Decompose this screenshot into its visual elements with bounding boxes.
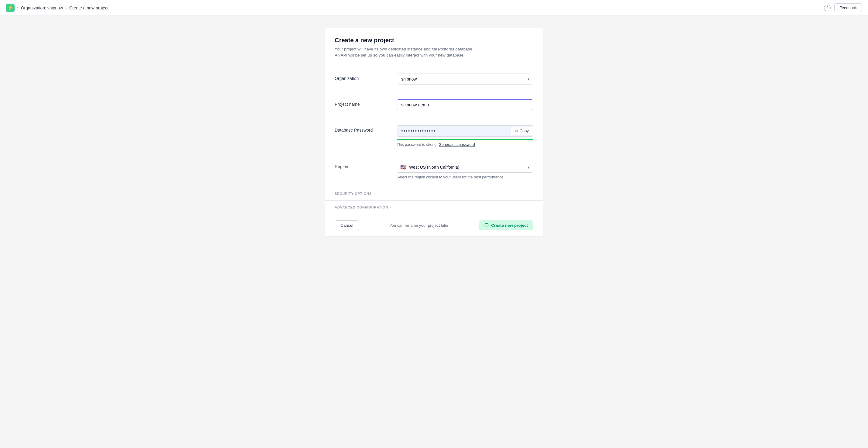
project-name-row: Project name bbox=[325, 92, 543, 118]
advanced-config-section: ADVANCED CONFIGURATION › bbox=[325, 201, 543, 214]
page-content: Create a new project Your project will h… bbox=[0, 16, 868, 249]
topbar-right: ? Feedback bbox=[824, 3, 862, 12]
db-password-label: Database Password bbox=[335, 125, 390, 132]
copy-button[interactable]: ⧉ Copy bbox=[511, 127, 533, 135]
breadcrumb-chevron-1: › bbox=[17, 5, 19, 10]
security-chevron-icon: › bbox=[374, 192, 375, 196]
org-label: Organization bbox=[335, 73, 390, 81]
project-name-label: Project name bbox=[335, 99, 390, 107]
region-row: Region 🇺🇸 West US (North California) ▾ S… bbox=[325, 154, 543, 187]
region-field: 🇺🇸 West US (North California) ▾ Select t… bbox=[397, 162, 533, 179]
db-password-field: ⧉ Copy This password is strong. Generate… bbox=[397, 125, 533, 147]
project-name-field bbox=[397, 99, 533, 110]
topbar: ⚡ › Organization: shipnow › Create a new… bbox=[0, 0, 868, 16]
card-header: Create a new project Your project will h… bbox=[325, 28, 543, 66]
strength-bar-track bbox=[397, 139, 533, 140]
app-logo[interactable]: ⚡ bbox=[6, 4, 14, 12]
region-label: Region bbox=[335, 162, 390, 169]
org-select[interactable]: shipnow bbox=[397, 73, 533, 85]
password-input[interactable] bbox=[397, 125, 511, 137]
create-spinner-icon bbox=[485, 223, 489, 227]
db-password-row: Database Password ⧉ Copy This password i… bbox=[325, 118, 543, 154]
region-select-wrapper: 🇺🇸 West US (North California) ▾ bbox=[397, 162, 533, 173]
footer-hint: You can rename your project later bbox=[359, 223, 479, 228]
breadcrumb-org[interactable]: Organization: shipnow bbox=[21, 5, 63, 10]
project-name-input[interactable] bbox=[397, 99, 533, 110]
advanced-chevron-icon: › bbox=[390, 206, 392, 209]
region-select[interactable]: West US (North California) bbox=[397, 162, 533, 173]
cancel-button[interactable]: Cancel bbox=[335, 220, 359, 230]
create-project-button[interactable]: Create new project bbox=[479, 220, 533, 230]
password-hint: This password is strong. Generate a pass… bbox=[397, 143, 533, 147]
generate-password-link[interactable]: Generate a password bbox=[439, 143, 475, 147]
password-field-wrapper: ⧉ Copy bbox=[397, 125, 533, 137]
org-row: Organization shipnow ▾ bbox=[325, 66, 543, 92]
security-options-section: SECURITY OPTIONS › bbox=[325, 187, 543, 201]
strength-bar-fill bbox=[397, 139, 533, 140]
feedback-button[interactable]: Feedback bbox=[834, 3, 862, 12]
breadcrumb-current: Create a new project bbox=[69, 5, 108, 10]
org-field: shipnow ▾ bbox=[397, 73, 533, 85]
advanced-config-toggle[interactable]: ADVANCED CONFIGURATION › bbox=[335, 206, 533, 209]
form-card: Create a new project Your project will h… bbox=[325, 28, 543, 237]
card-footer: Cancel You can rename your project later… bbox=[325, 214, 543, 236]
page-title: Create a new project bbox=[335, 37, 533, 44]
card-description: Your project will have its own dedicated… bbox=[335, 46, 533, 59]
help-button[interactable]: ? bbox=[824, 5, 831, 11]
breadcrumb-chevron-2: › bbox=[65, 5, 67, 10]
copy-icon: ⧉ bbox=[516, 128, 518, 133]
region-hint: Select the region closest to your users … bbox=[397, 175, 533, 179]
security-options-toggle[interactable]: SECURITY OPTIONS › bbox=[335, 192, 533, 196]
org-select-wrapper: shipnow ▾ bbox=[397, 73, 533, 85]
